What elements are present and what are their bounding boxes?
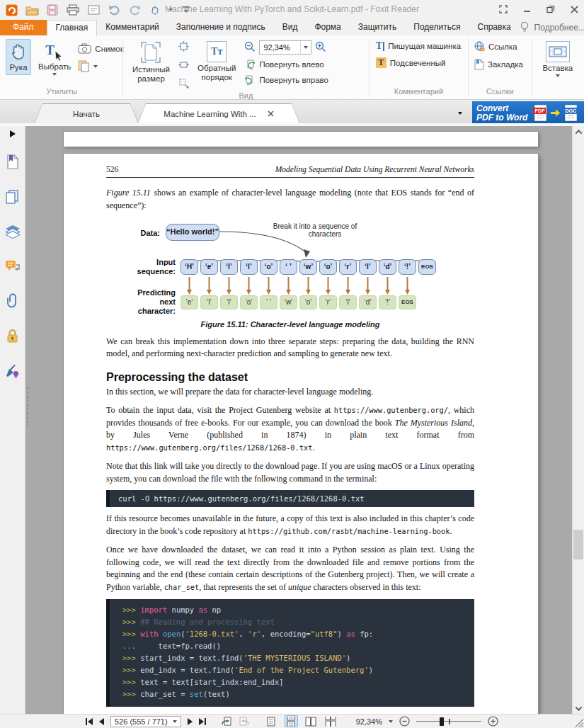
redo-icon[interactable] (127, 3, 142, 17)
status-zoom-dropdown[interactable] (389, 720, 393, 723)
rotate-right-button[interactable]: Повернуть вправо (244, 74, 328, 86)
actual-size-label: Истинный (132, 65, 170, 74)
close-button[interactable] (571, 4, 578, 16)
snapshot-button[interactable]: Снимок (78, 43, 123, 54)
menu-bar: ФайлГлавнаяКомментарийЗаполнение и подпи… (0, 20, 520, 35)
hand-tool-mini-icon[interactable] (148, 3, 162, 17)
scroll-down-button[interactable] (573, 703, 584, 714)
select-tool-button[interactable]: T Выбрать (35, 39, 74, 78)
rotate-left-button[interactable]: Повернуть влево (244, 59, 328, 70)
hand-tool-button[interactable]: Рука (6, 39, 31, 75)
menu-item-home[interactable]: Главная (47, 20, 98, 36)
scrollbar-thumb[interactable] (573, 530, 583, 559)
code-line: ... text=fp.read() (110, 640, 474, 652)
zoom-slider-handle[interactable] (440, 717, 444, 726)
minimize-button[interactable] (523, 4, 531, 16)
python-code-block: >>> import numpy as np>>> ## Reading and… (106, 599, 474, 707)
zoom-in-icon[interactable] (315, 41, 326, 54)
window-resize-grip[interactable] (573, 717, 583, 727)
sidebar-splitter-handle[interactable] (26, 386, 29, 427)
code-line: >>> end_indx = text.find('End of the Pro… (110, 664, 474, 676)
typewriter-button[interactable]: T Пишущая машинка (376, 41, 461, 51)
text-segment: We can break this implementation down in… (106, 336, 474, 359)
menu-item-help[interactable]: Справка (469, 20, 520, 35)
menu-item-form[interactable]: Форма (306, 20, 349, 35)
bookmarks-panel-icon[interactable] (6, 154, 20, 172)
clipboard-button[interactable] (78, 60, 123, 72)
single-page-view-icon[interactable] (265, 715, 278, 727)
previous-view-button[interactable] (222, 717, 232, 727)
zoom-out-button[interactable] (399, 716, 410, 727)
convert-pdf-banner[interactable]: ConvertPDF to Word PDF DOC (472, 101, 584, 125)
last-page-button[interactable] (199, 718, 206, 725)
paragraph-intro: Figure 15.11 shows an example of charact… (106, 187, 474, 212)
link-button[interactable]: Ссылка (474, 41, 517, 52)
email-icon[interactable] (86, 3, 101, 17)
continuous-view-icon[interactable] (285, 715, 298, 727)
continuous-facing-view-icon[interactable] (324, 715, 338, 727)
zoom-slider[interactable] (416, 717, 481, 726)
input-char-box: ‘l’ (220, 259, 238, 275)
figure-data-label: Data: (106, 229, 160, 238)
zoom-level-combobox[interactable]: 92,34% (259, 40, 311, 55)
first-page-button[interactable] (86, 718, 93, 725)
facing-pages-view-icon[interactable] (304, 715, 318, 727)
highlight-label: Подсвеченный (390, 59, 446, 67)
layers-panel-icon[interactable] (4, 224, 21, 241)
security-panel-icon[interactable] (6, 329, 19, 346)
page-number-field[interactable]: 526 (555 / 771) (110, 716, 181, 727)
fit-visible-icon[interactable] (178, 78, 189, 91)
globe-link-icon (474, 41, 485, 52)
zoom-in-button[interactable] (488, 716, 498, 727)
save-icon[interactable] (45, 3, 59, 17)
pages-panel-icon[interactable] (5, 190, 20, 207)
menu-item-view[interactable]: Вид (274, 20, 307, 35)
paragraph-once-downloaded: Once we have downloaded the dataset, we … (106, 544, 474, 594)
menu-item-fill-sign[interactable]: Заполнение и подпись (168, 20, 274, 35)
paragraph-fallback: If this resource becomes unavailable in … (106, 513, 474, 538)
next-view-button[interactable] (239, 717, 249, 727)
fit-page-icon[interactable] (178, 41, 189, 55)
previous-page-button[interactable] (99, 718, 104, 725)
page-header: 526 Modeling Sequential Data Using Recur… (106, 165, 474, 178)
next-page-button[interactable] (188, 718, 193, 725)
comments-panel-icon[interactable] (5, 259, 21, 275)
restore-button[interactable] (546, 4, 555, 16)
tab-current-document[interactable]: Machine Learning With ... (137, 103, 300, 124)
ribbon-group-view: Истинныйразмер Tт Обратныйпорядок (124, 35, 368, 99)
menu-item-share[interactable]: Поделиться (405, 20, 469, 35)
scroll-up-button[interactable] (573, 126, 584, 137)
close-tab-icon[interactable] (268, 110, 274, 117)
input-char-box: ‘H’ (181, 259, 198, 275)
undo-icon[interactable] (107, 3, 121, 17)
tab-list-dropdown[interactable] (458, 112, 462, 115)
attachments-panel-icon[interactable] (6, 293, 19, 311)
highlight-button[interactable]: T Подсвеченный (376, 57, 446, 68)
reflow-button[interactable]: Tт Обратныйпорядок (195, 39, 239, 84)
menu-item-comment[interactable]: Комментарий (97, 20, 168, 35)
text-segment: . (312, 443, 314, 453)
lightbulb-icon[interactable] (520, 21, 529, 35)
menu-item-file[interactable]: Файл (0, 20, 47, 35)
zoom-combo-dropdown[interactable] (300, 41, 311, 54)
tab-start-page[interactable]: Начать (34, 103, 139, 124)
fit-width-icon[interactable] (178, 59, 189, 73)
highlight-icon: T (376, 57, 387, 68)
open-file-icon[interactable] (25, 3, 39, 17)
figure-break-note: Break it into a sequence of characters (244, 222, 386, 238)
insert-button[interactable]: Вставка (539, 39, 576, 79)
text-segment: , that represents the set of (199, 582, 288, 592)
menu-item-protect[interactable]: Защитить (350, 20, 405, 35)
signature-panel-icon[interactable] (5, 363, 20, 381)
actual-size-button[interactable]: Истинныйразмер (130, 39, 173, 86)
sidebar-expand-arrow[interactable] (10, 130, 16, 137)
bookmark-button[interactable]: Закладка (474, 59, 523, 70)
print-icon[interactable] (66, 3, 80, 17)
vertical-scrollbar[interactable] (572, 126, 584, 714)
predicted-char-box: ‘l’ (200, 295, 218, 309)
chevron-down-icon[interactable] (173, 720, 177, 723)
fit-screen-corners-icon[interactable] (499, 4, 508, 16)
zoom-out-icon[interactable] (244, 41, 256, 54)
more-info-link[interactable]: Подробнее... (534, 23, 584, 33)
foxit-logo-icon[interactable] (4, 3, 18, 17)
